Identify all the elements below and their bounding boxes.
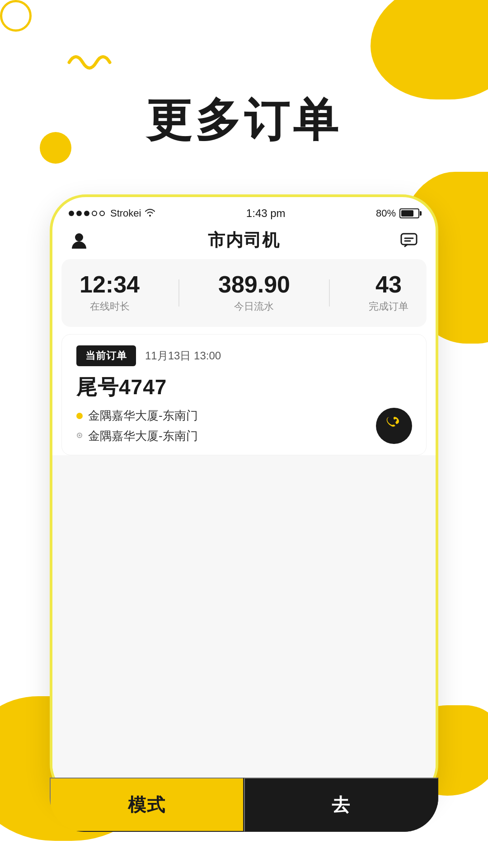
- page-title: 更多订单: [0, 90, 488, 151]
- signal-dot-5: [99, 211, 105, 216]
- signal-dot-1: [69, 211, 74, 216]
- order-locations: 金隅嘉华大厦-东南门 金隅嘉华大厦-东南门: [76, 408, 198, 444]
- signal-dot-3: [84, 211, 89, 216]
- stat-completed: 43 完成订单: [369, 273, 408, 313]
- signal-indicator: [69, 211, 105, 216]
- battery-fill: [401, 210, 413, 217]
- squiggle-decoration: [67, 49, 121, 77]
- app-header-title: 市内司机: [208, 229, 280, 252]
- profile-button[interactable]: [69, 230, 89, 251]
- status-left: Strokei: [69, 208, 155, 219]
- online-time-label: 在线时长: [90, 300, 130, 313]
- battery-percent: 80%: [376, 208, 396, 219]
- order-header: 当前订单 11月13日 13:00: [76, 345, 412, 366]
- app-header: 市内司机: [52, 223, 436, 259]
- destination-text: 金隅嘉华大厦-东南门: [88, 428, 198, 444]
- order-locations-row: 金隅嘉华大厦-东南门 金隅嘉华大厦-东南门: [76, 408, 412, 444]
- stat-divider-2: [329, 279, 330, 307]
- bottom-action-bar: 模式 去: [50, 778, 438, 832]
- wifi-icon: [145, 208, 155, 219]
- phone-icon: [385, 415, 403, 437]
- call-button[interactable]: [376, 408, 412, 444]
- battery-icon: [399, 208, 419, 218]
- completed-value: 43: [375, 273, 402, 296]
- signal-dot-4: [92, 211, 97, 216]
- phone-body: [52, 455, 436, 797]
- stat-divider-1: [178, 279, 179, 307]
- status-right: 80%: [376, 208, 419, 219]
- svg-point-0: [75, 233, 83, 241]
- svg-rect-1: [401, 234, 417, 245]
- phone-mockup: Strokei 1:43 pm 80% 市内司机: [50, 194, 438, 800]
- online-time-value: 12:34: [80, 273, 140, 296]
- signal-dot-2: [76, 211, 82, 216]
- stat-online-time: 12:34 在线时长: [80, 273, 140, 313]
- order-card: 当前订单 11月13日 13:00 尾号4747 金隅嘉华大厦-东南门 金: [61, 334, 427, 455]
- status-time: 1:43 pm: [246, 207, 286, 220]
- mode-button[interactable]: 模式: [50, 778, 244, 832]
- revenue-label: 今日流水: [234, 300, 274, 313]
- action-button[interactable]: 去: [244, 778, 438, 832]
- message-button[interactable]: [399, 230, 419, 251]
- stats-card: 12:34 在线时长 389.90 今日流水 43 完成订单: [61, 259, 427, 327]
- background-blob-top-right: [371, 0, 488, 99]
- order-date: 11月13日 13:00: [145, 349, 221, 363]
- pickup-text: 金隅嘉华大厦-东南门: [88, 408, 198, 424]
- background-circle-outline: [0, 0, 32, 32]
- pickup-location: 金隅嘉华大厦-东南门: [76, 408, 198, 424]
- completed-label: 完成订单: [369, 300, 408, 313]
- stat-revenue: 389.90 今日流水: [218, 273, 290, 313]
- carrier-name: Strokei: [110, 208, 141, 219]
- svg-point-5: [79, 434, 80, 436]
- destination-pin: [76, 433, 83, 439]
- destination-location: 金隅嘉华大厦-东南门: [76, 428, 198, 444]
- order-id: 尾号4747: [76, 373, 412, 401]
- status-bar: Strokei 1:43 pm 80%: [52, 197, 436, 223]
- revenue-value: 389.90: [218, 273, 290, 296]
- order-badge: 当前订单: [76, 345, 136, 366]
- pickup-dot: [76, 413, 83, 419]
